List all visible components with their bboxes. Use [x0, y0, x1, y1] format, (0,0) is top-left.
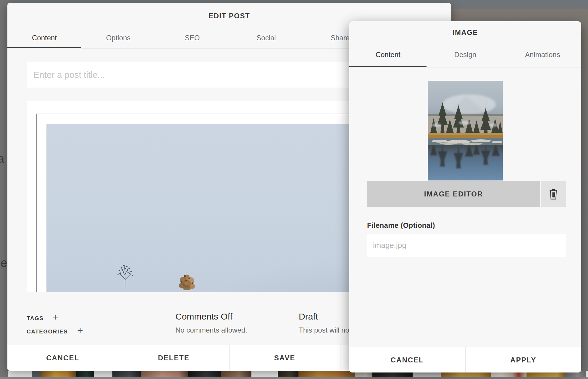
- delete-image-button[interactable]: [541, 181, 566, 207]
- dim-overlay-strip: a le: [0, 0, 8, 377]
- tab-content[interactable]: Content: [7, 28, 81, 48]
- tags-label: TAGS: [27, 315, 43, 322]
- status-setting[interactable]: Draft: [299, 312, 318, 322]
- page-thumbnail: [76, 371, 94, 377]
- filename-label: Filename (Optional): [367, 221, 435, 230]
- image-apply-button[interactable]: APPLY: [465, 347, 581, 372]
- tab-social[interactable]: Social: [229, 28, 303, 48]
- screen: a le EDIT POST Content Options SEO Socia…: [0, 0, 588, 379]
- tab-options[interactable]: Options: [81, 28, 155, 48]
- add-tag-button[interactable]: +: [52, 312, 58, 322]
- page-thumbnail: [141, 371, 188, 377]
- page-thumbnail: [188, 371, 221, 377]
- add-category-button[interactable]: +: [77, 325, 83, 335]
- page-thumbnail: [221, 371, 251, 377]
- bare-tree-graphic: [110, 262, 140, 286]
- image-cancel-button[interactable]: CANCEL: [349, 347, 465, 372]
- save-button[interactable]: SAVE: [229, 345, 340, 371]
- tab-image-animations[interactable]: Animations: [504, 43, 581, 67]
- tab-image-design[interactable]: Design: [427, 43, 504, 67]
- page-thumbnail: [112, 371, 141, 377]
- trash-icon: [548, 188, 558, 200]
- image-editor-row: IMAGE EDITOR: [367, 181, 566, 207]
- image-thumbnail[interactable]: [428, 81, 503, 180]
- page-thumbnail: [41, 371, 76, 377]
- dialog-title: EDIT POST: [7, 12, 451, 20]
- categories-label: CATEGORIES: [27, 328, 68, 335]
- page-thumbnail: [278, 371, 298, 377]
- image-panel-tab-bar: Content Design Animations: [349, 43, 581, 67]
- page-thumbnail: [32, 371, 41, 377]
- tab-seo[interactable]: SEO: [155, 28, 229, 48]
- background-text-fragment: le: [0, 256, 7, 270]
- image-panel-footer: CANCEL APPLY: [349, 347, 581, 372]
- image-settings-panel: IMAGE Content Design Animations: [349, 21, 581, 372]
- comments-setting[interactable]: Comments Off: [175, 312, 232, 322]
- cancel-button[interactable]: CANCEL: [7, 345, 118, 371]
- bottom-gray-bar: [0, 377, 588, 379]
- page-thumbnail: [298, 371, 355, 377]
- filename-input[interactable]: [367, 234, 566, 257]
- background-text-fragment: a: [0, 152, 4, 165]
- tab-image-content[interactable]: Content: [349, 43, 427, 67]
- delete-button[interactable]: DELETE: [118, 345, 229, 371]
- comments-subtitle: No comments allowed.: [175, 326, 247, 334]
- image-editor-button[interactable]: IMAGE EDITOR: [367, 181, 540, 207]
- autumn-tree-graphic: [171, 272, 203, 290]
- panel-title: IMAGE: [349, 28, 581, 37]
- status-subtitle: This post will not: [299, 326, 358, 334]
